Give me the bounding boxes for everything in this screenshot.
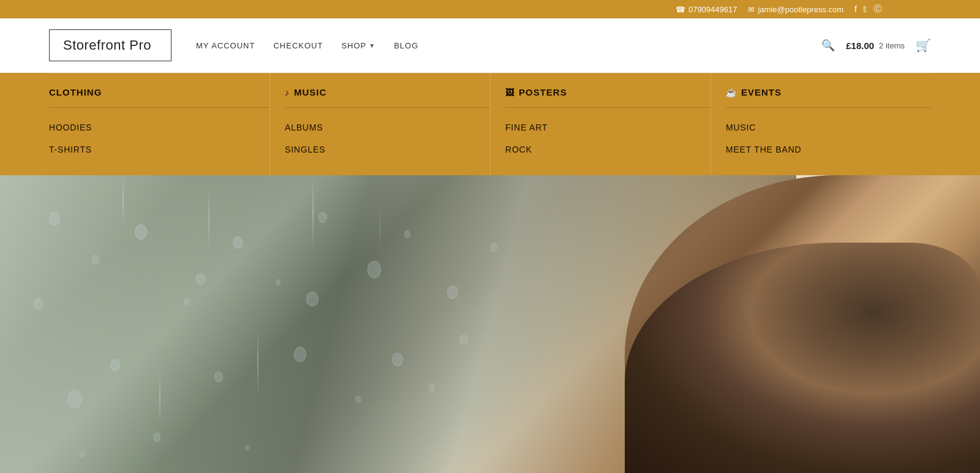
hero-section — [0, 175, 980, 473]
cart-icon[interactable]: 🛒 — [916, 38, 931, 53]
menu-item-albums[interactable]: ALBUMS — [285, 116, 490, 138]
logo[interactable]: Storefront Pro — [49, 29, 172, 61]
posters-label: POSTERS — [519, 87, 567, 97]
email-address: jamie@pootlepress.com — [758, 5, 843, 14]
main-nav: MY ACCOUNT CHECKOUT SHOP ▼ BLOG — [196, 41, 797, 50]
menu-item-singles[interactable]: SINGLES — [285, 138, 490, 161]
music-icon: ♪ — [285, 88, 290, 97]
mega-col-posters: 🖼 POSTERS FINE ART ROCK — [490, 74, 710, 175]
posters-icon: 🖼 — [505, 88, 514, 97]
nav-my-account[interactable]: MY ACCOUNT — [196, 41, 255, 50]
mega-menu-grid: CLOTHING HOODIES T-SHIRTS ♪ MUSIC ALBUMS… — [49, 73, 931, 175]
menu-item-music[interactable]: MUSIC — [726, 116, 931, 138]
mega-menu-bar: CLOTHING HOODIES T-SHIRTS ♪ MUSIC ALBUMS… — [0, 73, 980, 175]
social-links: f 𝕥 Ⓒ — [854, 4, 882, 15]
header-right: 🔍 £18.00 2 items 🛒 — [821, 38, 931, 53]
menu-item-meet-the-band[interactable]: MEET THE BAND — [726, 138, 931, 161]
nav-shop[interactable]: SHOP ▼ — [341, 41, 375, 50]
instagram-icon[interactable]: Ⓒ — [873, 4, 882, 15]
menu-item-hoodies[interactable]: HOODIES — [49, 116, 270, 138]
mega-col-header-music[interactable]: ♪ MUSIC — [285, 74, 490, 108]
mega-col-header-events[interactable]: ☕ EVENTS — [726, 74, 931, 108]
events-label: EVENTS — [741, 87, 782, 97]
email-item: ✉ jamie@pootlepress.com — [748, 5, 843, 14]
top-bar: ☎ 07909449617 ✉ jamie@pootlepress.com f … — [0, 0, 980, 18]
nav-checkout[interactable]: CHECKOUT — [273, 41, 323, 50]
search-icon[interactable]: 🔍 — [821, 39, 835, 52]
cart-price: £18.00 — [846, 40, 874, 51]
facebook-icon[interactable]: f — [854, 4, 857, 14]
menu-item-fine-art[interactable]: FINE ART — [505, 116, 710, 138]
menu-item-tshirts[interactable]: T-SHIRTS — [49, 138, 270, 161]
phone-number: 07909449617 — [688, 5, 737, 14]
phone-icon: ☎ — [676, 5, 685, 14]
events-icon: ☕ — [726, 88, 737, 97]
music-label: MUSIC — [294, 87, 326, 97]
email-icon: ✉ — [748, 5, 755, 14]
main-header: Storefront Pro MY ACCOUNT CHECKOUT SHOP … — [0, 18, 980, 73]
shop-chevron-icon: ▼ — [369, 42, 375, 49]
mega-col-music: ♪ MUSIC ALBUMS SINGLES — [270, 74, 490, 175]
cart-items-count: 2 items — [879, 41, 905, 50]
cart-info: £18.00 2 items — [846, 40, 905, 51]
mega-col-header-clothing[interactable]: CLOTHING — [49, 74, 270, 108]
menu-item-rock[interactable]: ROCK — [505, 138, 710, 161]
mega-col-clothing: CLOTHING HOODIES T-SHIRTS — [49, 74, 270, 175]
twitter-icon[interactable]: 𝕥 — [863, 4, 867, 14]
clothing-label: CLOTHING — [49, 87, 102, 97]
nav-blog[interactable]: BLOG — [394, 41, 418, 50]
phone-item: ☎ 07909449617 — [676, 5, 737, 14]
mega-col-header-posters[interactable]: 🖼 POSTERS — [505, 74, 710, 108]
mega-col-events: ☕ EVENTS MUSIC MEET THE BAND — [710, 74, 931, 175]
